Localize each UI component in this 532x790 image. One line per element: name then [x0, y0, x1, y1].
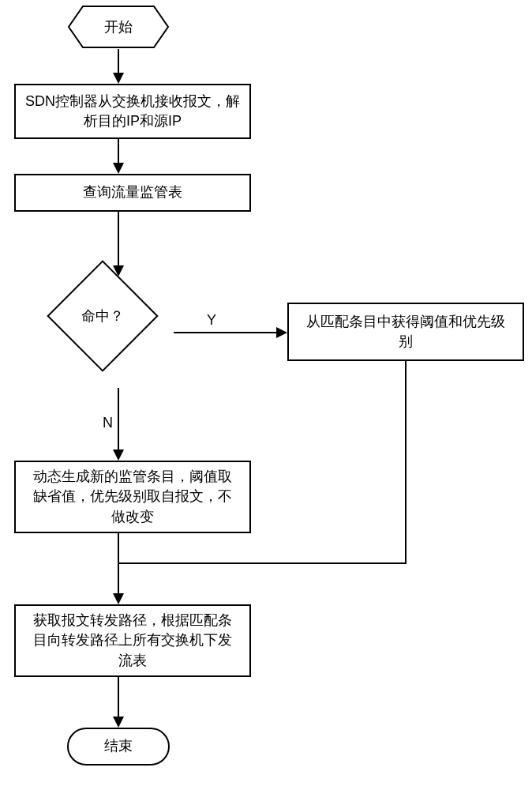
arrow-step2-decision	[118, 212, 119, 267]
step-final-node: 获取报文转发路径，根据匹配条 目向转发路径上所有交换机下发 流表	[14, 604, 251, 677]
arrow-head-start-step1	[113, 73, 124, 84]
arrow-yes-down	[405, 361, 406, 564]
arrow-step1-step2	[118, 139, 119, 164]
arrow-decision-yes-h	[174, 332, 278, 333]
start-label: 开始	[67, 5, 170, 49]
step2-text: 查询流量监管表	[83, 182, 182, 202]
end-text: 结束	[104, 736, 133, 756]
step1-text: SDN控制器从交换机接收报文，解 析目的IP和源IP	[25, 92, 240, 131]
arrow-final-end	[118, 677, 119, 718]
arrow-decision-no-v	[118, 388, 119, 451]
arrow-yes-merge-h	[118, 562, 406, 564]
arrow-head-step1-step2	[113, 163, 124, 174]
end-node: 结束	[67, 728, 170, 766]
arrow-head-merge	[113, 593, 124, 604]
arrow-head-decision-no	[113, 450, 124, 461]
step-yes-node: 从匹配条目中获得阈值和优先级 别	[287, 303, 524, 361]
step2-node: 查询流量监管表	[14, 174, 251, 212]
arrow-start-step1	[118, 49, 119, 74]
branch-yes-label: Y	[207, 312, 216, 329]
decision-text: 命中？	[81, 307, 124, 325]
step-yes-text: 从匹配条目中获得阈值和优先级 别	[306, 312, 505, 352]
branch-no-label: N	[103, 415, 113, 431]
step-final-text: 获取报文转发路径，根据匹配条 目向转发路径上所有交换机下发 流表	[33, 611, 232, 671]
arrow-no-down	[118, 533, 119, 595]
step-no-node: 动态生成新的监管条目，阈值取 缺省值，优先级别取自报文，不 做改变	[14, 461, 251, 533]
arrow-head-final-end	[113, 717, 124, 728]
arrow-head-decision-yes	[276, 327, 287, 338]
decision-node: 命中？	[63, 276, 142, 356]
step-no-text: 动态生成新的监管条目，阈值取 缺省值，优先级别取自报文，不 做改变	[33, 467, 232, 527]
step1-node: SDN控制器从交换机接收报文，解 析目的IP和源IP	[14, 84, 251, 139]
